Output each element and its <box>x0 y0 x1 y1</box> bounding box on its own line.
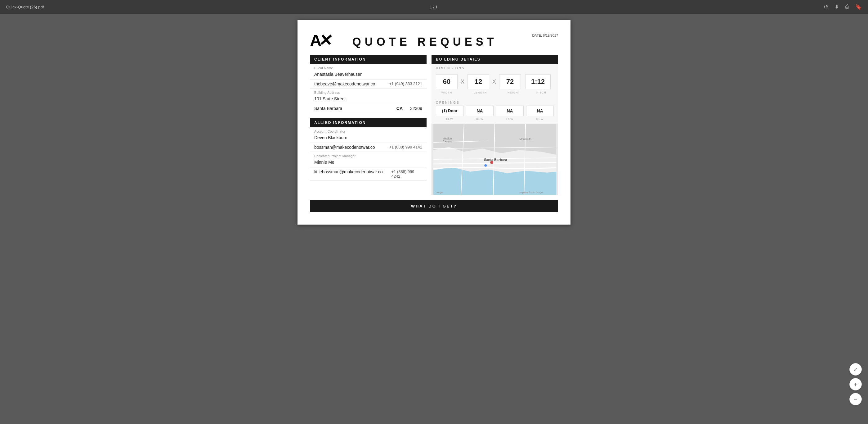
date-label: DATE: <box>532 33 542 37</box>
client-contact-row: thebeave@makecodenotwar.co +1 (949) 333 … <box>310 80 427 88</box>
width-label: Width <box>436 91 458 94</box>
gap-1 <box>458 91 469 94</box>
dimensions-sub-labels: Width Length Height Pitch <box>432 90 558 97</box>
client-phone: +1 (949) 333 2121 <box>385 80 427 88</box>
zoom-controls: ⤢ + − <box>849 363 862 405</box>
allied-section-header: ALLIED INFORMATION <box>310 118 427 128</box>
address-value: 101 State Street <box>310 95 427 104</box>
zoom-in-button[interactable]: + <box>849 378 862 391</box>
rew-value: NA <box>466 106 494 116</box>
map-svg: Mission Canyon Montecito Santa Barbara G… <box>432 124 558 195</box>
pitch-value: 1:12 <box>525 74 551 89</box>
width-value: 60 <box>436 74 458 89</box>
x-separator-2: X <box>489 79 499 85</box>
svg-point-15 <box>490 161 493 164</box>
svg-text:Santa Barbara: Santa Barbara <box>484 158 507 162</box>
length-label: Length <box>469 91 491 94</box>
fsw-label: FSW <box>496 117 524 120</box>
pdf-page: A✕ QUOTE REQUEST DATE: 8/19/2017 CLIENT … <box>298 20 570 225</box>
zoom-out-button[interactable]: − <box>849 393 862 405</box>
svg-text:Canyon: Canyon <box>442 140 452 143</box>
lew-label: LEW <box>436 117 463 120</box>
left-column: CLIENT INFORMATION Client Name Anastasia… <box>310 55 427 195</box>
svg-text:Map data ©2017 Google: Map data ©2017 Google <box>519 191 543 194</box>
print-icon[interactable]: ⎙ <box>845 3 849 10</box>
coordinator-name: Deven Blackburn <box>310 134 427 143</box>
dimensions-values-row: 60 X 12 X 72 1:12 <box>432 70 558 90</box>
toolbar-actions: ↺ ⬇ ⎙ 🔖 <box>824 3 862 10</box>
openings-label: OPENINGS <box>436 99 554 106</box>
manager-contact-row: littlebossman@makecodenotwar.co +1 (888)… <box>310 167 427 181</box>
bsw-label: BSW <box>526 117 554 120</box>
building-section-header: BUILDING DETAILS <box>432 55 558 64</box>
city-value: Santa Barbara <box>310 104 393 113</box>
openings-area: OPENINGS (1) Door NA NA NA LEW REW FSW B… <box>432 99 558 124</box>
rew-label: REW <box>466 117 494 120</box>
doc-header: A✕ QUOTE REQUEST DATE: 8/19/2017 <box>310 32 558 49</box>
building-details-section: BUILDING DETAILS DIMENSIONS 60 X 12 X 72… <box>432 55 558 195</box>
client-name-value: Anastasia Beaverhausen <box>310 70 427 80</box>
rotate-icon[interactable]: ↺ <box>824 3 828 10</box>
allied-info-section: ALLIED INFORMATION Account Coordinator D… <box>310 118 427 181</box>
svg-text:Google: Google <box>436 191 443 194</box>
state-value: CA <box>393 104 406 113</box>
length-value: 12 <box>467 74 489 89</box>
svg-text:Montecito: Montecito <box>519 138 531 141</box>
coordinator-label: Account Coordinator <box>310 128 427 134</box>
height-label: Height <box>503 91 525 94</box>
fsw-value: NA <box>496 106 524 116</box>
spacer <box>310 113 427 118</box>
move-button[interactable]: ⤢ <box>849 363 862 375</box>
logo: A✕ <box>310 32 332 49</box>
main-content: CLIENT INFORMATION Client Name Anastasia… <box>310 55 558 195</box>
openings-values-row: (1) Door NA NA NA <box>436 106 554 117</box>
doc-date: DATE: 8/19/2017 <box>532 33 558 37</box>
svg-point-16 <box>484 164 487 167</box>
dimensions-area: DIMENSIONS 60 X 12 X 72 1:12 Width <box>432 64 558 99</box>
map-area: Mission Canyon Montecito Santa Barbara G… <box>432 124 558 195</box>
toolbar: Quick-Quote (26).pdf 1 / 1 ↺ ⬇ ⎙ 🔖 <box>0 0 868 14</box>
height-value: 72 <box>499 74 521 89</box>
doc-date-area: DATE: 8/19/2017 <box>518 32 558 38</box>
manager-name: Minnie Me <box>310 159 427 167</box>
page-indicator: 1 / 1 <box>430 5 438 9</box>
right-column: BUILDING DETAILS DIMENSIONS 60 X 12 X 72… <box>432 55 558 195</box>
gap-2 <box>491 91 503 94</box>
zip-value: 32309 <box>406 104 427 113</box>
coordinator-contact-row: bossman@makecodenotwar.co +1 (888) 999 4… <box>310 143 427 152</box>
client-name-label: Client Name <box>310 64 427 70</box>
page-container: A✕ QUOTE REQUEST DATE: 8/19/2017 CLIENT … <box>0 14 868 424</box>
lew-value: (1) Door <box>436 106 463 116</box>
client-info-section: CLIENT INFORMATION Client Name Anastasia… <box>310 55 427 113</box>
filename-label: Quick-Quote (26).pdf <box>6 5 44 9</box>
bsw-value: NA <box>526 106 554 116</box>
coordinator-email: bossman@makecodenotwar.co <box>310 143 385 151</box>
manager-email: littlebossman@makecodenotwar.co <box>310 167 387 180</box>
client-email: thebeave@makecodenotwar.co <box>310 80 385 88</box>
x-separator-1: X <box>458 79 467 85</box>
dimensions-label: DIMENSIONS <box>432 64 558 70</box>
document-title: QUOTE REQUEST <box>332 35 518 49</box>
openings-sub-labels: LEW REW FSW BSW <box>436 117 554 124</box>
manager-label: Dedicated Project Manager <box>310 152 427 159</box>
bookmark-icon[interactable]: 🔖 <box>855 3 862 10</box>
coordinator-phone: +1 (888) 999 4141 <box>385 143 427 151</box>
svg-text:Mission: Mission <box>442 137 452 140</box>
pitch-label: Pitch <box>529 91 554 94</box>
download-icon[interactable]: ⬇ <box>835 3 839 10</box>
client-section-header: CLIENT INFORMATION <box>310 55 427 64</box>
address-label: Building Address <box>310 88 427 95</box>
manager-phone: +1 (888) 999 4242 <box>387 167 427 180</box>
what-bar: WHAT DO I GET? <box>310 200 558 212</box>
logo-x: ✕ <box>318 32 333 49</box>
date-value: 8/19/2017 <box>543 33 558 37</box>
city-state-row: Santa Barbara CA 32309 <box>310 104 427 113</box>
